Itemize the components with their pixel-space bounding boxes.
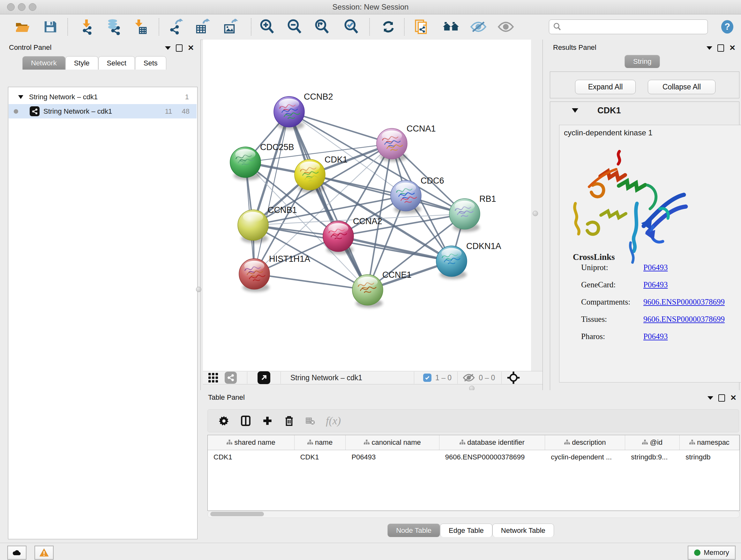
- crosslink-value-link[interactable]: 9606.ENSP00000378699: [643, 315, 725, 332]
- node-table[interactable]: shared name name canonical name database…: [207, 435, 740, 511]
- apply-layout-button[interactable]: [379, 17, 398, 36]
- show-all-networks-button[interactable]: [442, 17, 460, 36]
- network-canvas[interactable]: CCNB2 CCNA1 CDC25B CDK1 CDC6: [203, 40, 531, 371]
- node-CCNA1[interactable]: CCNA1: [377, 124, 436, 162]
- tab-style[interactable]: Style: [65, 56, 98, 70]
- crosslink-value-link[interactable]: P06493: [643, 280, 668, 298]
- table-cell[interactable]: cyclin-dependent ...: [545, 450, 625, 464]
- table-cell[interactable]: CDK1: [208, 450, 294, 464]
- create-column-plus-icon[interactable]: [262, 415, 273, 426]
- column-header-@id[interactable]: @id: [625, 435, 680, 450]
- node-HIST1H1A[interactable]: HIST1H1A: [239, 254, 310, 292]
- column-header-database-identifier[interactable]: database identifier: [439, 435, 545, 450]
- delete-table-icon[interactable]: [306, 416, 315, 426]
- export-network-button[interactable]: [167, 17, 186, 36]
- expand-all-button[interactable]: Expand All: [575, 80, 636, 94]
- node-CCNB2[interactable]: CCNB2: [274, 92, 333, 130]
- table-options-gear-icon[interactable]: [219, 415, 229, 426]
- search-input[interactable]: [564, 22, 708, 31]
- table-cell[interactable]: stringdb:9...: [625, 450, 680, 464]
- results-splitter-handle[interactable]: [533, 211, 538, 216]
- clone-network-button[interactable]: [413, 17, 431, 36]
- open-session-button[interactable]: [13, 17, 31, 36]
- hide-selected-button[interactable]: [469, 17, 488, 36]
- network-collection-row[interactable]: String Network – cdk1 1: [9, 90, 197, 104]
- results-panel-menu-icon[interactable]: [706, 46, 712, 50]
- node-CCNE1[interactable]: CCNE1: [352, 270, 412, 308]
- control-panel-float-icon[interactable]: [176, 44, 183, 52]
- export-table-icon: [195, 19, 211, 35]
- node-CDKN1A[interactable]: CDKN1A: [436, 241, 501, 279]
- table-hscrollbar-thumb[interactable]: [210, 512, 264, 516]
- zoom-fit-button[interactable]: [313, 17, 331, 36]
- tab-network[interactable]: Network: [22, 56, 65, 70]
- export-table-button[interactable]: [193, 17, 212, 36]
- node-CDC25B[interactable]: CDC25B: [230, 142, 294, 180]
- control-panel-menu-icon[interactable]: [165, 46, 171, 50]
- horizontal-splitter[interactable]: [203, 384, 542, 390]
- help-button[interactable]: ?: [718, 17, 737, 36]
- import-table-button[interactable]: [130, 17, 149, 36]
- results-panel-float-icon[interactable]: [718, 44, 724, 52]
- memory-button[interactable]: Memory: [688, 546, 736, 560]
- selected-checkbox-icon[interactable]: [423, 374, 431, 382]
- edge-HIST1H1A-CCNE1[interactable]: [254, 274, 367, 290]
- results-panel-close-icon[interactable]: ✕: [729, 44, 736, 52]
- table-cell[interactable]: 9606.ENSP00000378699: [439, 450, 545, 464]
- control-panel-close-icon[interactable]: ✕: [188, 44, 194, 52]
- edge-CCNB2-CCNA1[interactable]: [289, 112, 392, 144]
- grid-view-icon[interactable]: [207, 372, 219, 383]
- fit-content-crosshair-icon[interactable]: [507, 371, 520, 384]
- cloud-status-button[interactable]: [7, 546, 26, 560]
- edge-CCNA2-CDKN1A[interactable]: [338, 236, 452, 261]
- column-header-description[interactable]: description: [545, 435, 625, 450]
- zoom-selected-button[interactable]: [342, 17, 360, 36]
- collapse-all-button[interactable]: Collapse All: [648, 80, 716, 94]
- tab-edge-table[interactable]: Edge Table: [440, 523, 492, 537]
- node-CDC6[interactable]: CDC6: [391, 176, 444, 213]
- column-header-name[interactable]: name: [294, 435, 346, 450]
- network-view-icon[interactable]: [225, 372, 237, 384]
- node-CCNA2[interactable]: CCNA2: [323, 216, 382, 254]
- vertical-splitter-handle[interactable]: [196, 287, 201, 292]
- show-hidden-button[interactable]: [496, 17, 515, 36]
- tab-network-table[interactable]: Network Table: [492, 523, 554, 537]
- column-header-canonical-name[interactable]: canonical name: [346, 435, 439, 450]
- tab-select[interactable]: Select: [98, 56, 135, 70]
- show-columns-icon[interactable]: [240, 415, 251, 426]
- tab-node-table[interactable]: Node Table: [387, 523, 440, 537]
- zoom-out-button[interactable]: [285, 17, 304, 36]
- tree-expand-icon[interactable]: [18, 95, 23, 99]
- toolbar-separator: [67, 18, 68, 36]
- table-panel-float-icon[interactable]: [718, 394, 725, 401]
- table-panel-menu-icon[interactable]: [708, 396, 713, 400]
- gene-collapse-icon[interactable]: [572, 108, 578, 113]
- network-graph[interactable]: CCNB2 CCNA1 CDC25B CDK1 CDC6: [203, 40, 531, 371]
- import-network-file-button[interactable]: [77, 17, 96, 36]
- table-cell[interactable]: CDK1: [294, 450, 346, 464]
- table-panel-close-icon[interactable]: ✕: [730, 394, 737, 401]
- birdseye-view-icon[interactable]: [258, 371, 270, 384]
- table-cell[interactable]: P06493: [346, 450, 439, 464]
- column-header-shared-name[interactable]: shared name: [208, 435, 294, 450]
- crosslink-value-link[interactable]: P06493: [643, 263, 668, 280]
- crosslink-value-link[interactable]: P06493: [643, 332, 668, 349]
- import-network-database-button[interactable]: [104, 17, 123, 36]
- delete-column-trash-icon[interactable]: [284, 415, 294, 426]
- crosslink-value-link[interactable]: 9606.ENSP00000378699: [643, 298, 725, 315]
- network-row-selected[interactable]: String Network – cdk1 11 48: [9, 104, 197, 118]
- table-row[interactable]: CDK1CDK1P064939606.ENSP00000378699cyclin…: [208, 450, 739, 464]
- hidden-eye-slash-icon[interactable]: [463, 373, 475, 382]
- function-builder-icon[interactable]: f(x): [326, 415, 341, 427]
- export-image-button[interactable]: [221, 17, 240, 36]
- table-hscrollbar[interactable]: [207, 511, 740, 518]
- warnings-button[interactable]: [35, 546, 54, 560]
- save-session-button[interactable]: [41, 17, 59, 36]
- column-header-namespac[interactable]: namespac: [680, 435, 739, 450]
- node-label-CCNA2: CCNA2: [353, 216, 382, 226]
- zoom-in-button[interactable]: [258, 17, 276, 36]
- table-cell[interactable]: stringdb: [680, 450, 739, 464]
- tab-sets[interactable]: Sets: [135, 56, 166, 70]
- tab-string[interactable]: String: [624, 55, 660, 68]
- node-RB1[interactable]: RB1: [449, 194, 496, 232]
